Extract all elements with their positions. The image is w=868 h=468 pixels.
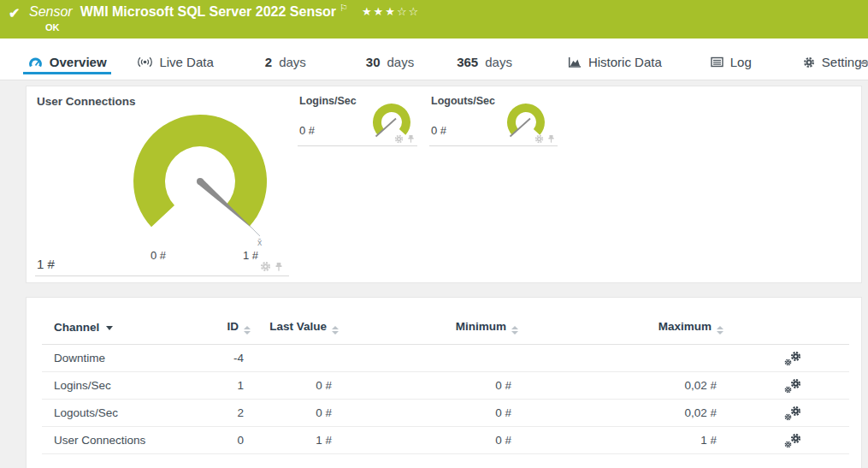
broadcast-icon (138, 56, 152, 68)
column-header-maximum[interactable]: Maximum (518, 320, 723, 345)
gauge-user-connections-value: 1 # (37, 257, 55, 271)
gauge-user-connections: User Connections x̄ 0 # 1 # 1 # (35, 93, 289, 276)
column-header-channel[interactable]: Channel (42, 320, 187, 345)
tab-365-days-unit: days (485, 55, 512, 69)
gauge-icon (28, 56, 43, 68)
cell-last-value: 0 # (251, 372, 339, 400)
gauge-tools (260, 261, 283, 272)
gauge-settings-gear-icon[interactable] (394, 134, 404, 144)
priority-stars[interactable]: ★★★☆☆ (362, 5, 420, 18)
tab-historic-data-label: Historic Data (588, 55, 662, 69)
gauge-tools (534, 134, 555, 144)
cell-id: 0 (187, 427, 251, 454)
channel-table: Channel ID Last Value Minimum Maximum Do… (42, 320, 849, 454)
cell-last-value: 0 # (251, 400, 339, 427)
gauge-tools (394, 134, 415, 144)
table-row-downtime: Downtime -4 (42, 345, 849, 372)
gauge-needle-hub (197, 178, 204, 185)
cell-maximum: 0,02 # (518, 372, 723, 400)
cell-channel: Logouts/Sec (42, 400, 187, 427)
gauge-pin-icon[interactable] (547, 134, 555, 144)
sort-icon (717, 326, 723, 335)
cell-channel: Downtime (42, 345, 187, 372)
channel-table-panel: Channel ID Last Value Minimum Maximum Do… (26, 297, 862, 468)
channel-settings-gears-icon[interactable] (784, 406, 801, 421)
tab-historic-data[interactable]: Historic Data (568, 55, 662, 80)
sensor-header: ✔ Sensor WMI Microsoft SQL Server 2022 S… (0, 0, 868, 39)
gear-icon (803, 56, 815, 68)
gauge-settings-gear-icon[interactable] (534, 134, 544, 144)
cell-id: 2 (187, 400, 251, 427)
sensor-title: WMI Microsoft SQL Server 2022 Sensor (80, 4, 336, 20)
table-row-logouts-sec: Logouts/Sec 2 0 # 0 # 0,02 # (42, 400, 849, 427)
tab-log-label: Log (730, 55, 752, 69)
cell-minimum: 0 # (339, 427, 518, 454)
sort-icon (244, 326, 251, 335)
tab-30-days-value: 30 (366, 55, 381, 69)
stars-empty[interactable]: ☆☆ (397, 5, 420, 18)
cell-channel: Logins/Sec (42, 372, 187, 400)
gauge-pin-icon[interactable] (407, 134, 415, 144)
tab-bar: Overview Live Data 2 days 30 days 365 da… (0, 39, 868, 80)
tab-30-days[interactable]: 30 days (366, 55, 414, 80)
cut-off-tab-indicator (861, 62, 868, 64)
gauge-scale-max-label: 1 # (243, 249, 258, 262)
column-header-id[interactable]: ID (187, 320, 251, 345)
channel-settings-gears-icon[interactable] (784, 351, 801, 366)
cell-maximum (518, 345, 723, 372)
tab-365-days-value: 365 (457, 55, 478, 69)
column-header-minimum[interactable]: Minimum (339, 320, 518, 345)
tab-2-days-unit: days (279, 55, 306, 69)
tab-log[interactable]: Log (711, 55, 752, 80)
tab-live-data[interactable]: Live Data (138, 55, 213, 80)
tab-2-days[interactable]: 2 days (265, 55, 306, 80)
flag-icon[interactable]: ⚐ (340, 3, 348, 14)
sort-desc-icon (106, 326, 113, 330)
tab-2-days-value: 2 (265, 55, 272, 69)
tab-settings[interactable]: Settings (803, 55, 868, 80)
cell-maximum: 0,02 # (518, 400, 723, 427)
sensor-status-text: OK (45, 22, 60, 33)
sort-icon (332, 326, 339, 335)
column-header-last-value[interactable]: Last Value (251, 320, 339, 345)
cell-channel: User Connections (42, 427, 187, 454)
cell-minimum: 0 # (339, 372, 518, 400)
cell-last-value: 1 # (251, 427, 339, 454)
tab-365-days[interactable]: 365 days (457, 55, 512, 80)
cell-minimum (339, 345, 518, 372)
tab-30-days-unit: days (387, 55, 415, 69)
table-header-row: Channel ID Last Value Minimum Maximum (42, 320, 849, 345)
sort-icon (511, 326, 518, 335)
channel-settings-gears-icon[interactable] (784, 378, 801, 394)
status-ok-check-icon: ✔ (9, 5, 20, 21)
cell-minimum: 0 # (339, 400, 518, 427)
gauge-settings-gear-icon[interactable] (260, 261, 271, 272)
gauge-scale-min-label: 0 # (151, 249, 166, 262)
gauge-logouts-sec: Logouts/Sec 0 # (429, 93, 558, 146)
cell-id: -4 (187, 345, 251, 372)
cell-last-value (251, 345, 339, 372)
column-header-settings (723, 320, 849, 345)
stars-filled[interactable]: ★★★ (362, 5, 397, 18)
gauge-logins-sec-title: Logins/Sec (299, 95, 357, 107)
tab-overview-label: Overview (50, 55, 107, 69)
table-row-user-connections: User Connections 0 1 # 0 # 1 # (42, 427, 849, 454)
tab-overview[interactable]: Overview (23, 55, 111, 80)
gauge-logouts-sec-value: 0 # (431, 124, 446, 137)
cell-id: 1 (187, 372, 251, 400)
cell-maximum: 1 # (518, 427, 723, 454)
gauges-panel: User Connections x̄ 0 # 1 # 1 # Logins/S… (26, 86, 862, 283)
gauge-logins-sec-value: 0 # (299, 124, 315, 137)
channel-settings-gears-icon[interactable] (784, 433, 801, 448)
object-kind-label: Sensor (29, 4, 73, 20)
tab-live-data-label: Live Data (159, 55, 213, 69)
log-list-icon (711, 56, 723, 68)
gauge-logouts-sec-title: Logouts/Sec (431, 95, 495, 107)
gauge-pin-icon[interactable] (275, 262, 283, 272)
user-connections-gauge[interactable]: x̄ (115, 100, 286, 247)
area-chart-icon (568, 56, 582, 68)
table-row-logins-sec: Logins/Sec 1 0 # 0 # 0,02 # (42, 372, 849, 400)
gauge-average-marker: x̄ (257, 237, 263, 247)
gauge-logins-sec: Logins/Sec 0 # (298, 93, 417, 146)
